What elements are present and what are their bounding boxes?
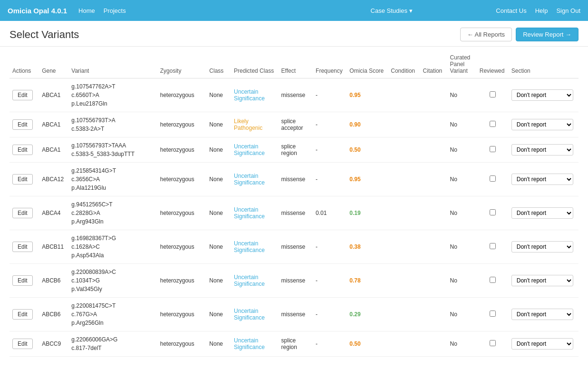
reviewed-checkbox[interactable] <box>490 146 496 152</box>
gene-cell: ABCA1 <box>39 78 68 112</box>
effect-cell: missense <box>279 230 313 264</box>
variant-cell: g.107547762A>Tc.6560T>Ap.Leu2187Gln <box>68 78 157 112</box>
section-select[interactable]: Don't reportPrimary findingsSecondary fi… <box>511 207 573 219</box>
section-cell: Don't reportPrimary findingsSecondary fi… <box>509 78 578 112</box>
predicted-class-link[interactable]: UncertainSignificance <box>234 143 265 156</box>
omicia-score-cell: 0.38 <box>347 230 388 264</box>
frequency-cell: - <box>313 163 347 196</box>
class-cell: None <box>206 298 231 331</box>
edit-button[interactable]: Edit <box>12 242 33 252</box>
th-variant: Variant <box>68 51 157 78</box>
edit-button[interactable]: Edit <box>12 275 33 286</box>
section-select[interactable]: Don't reportPrimary findingsSecondary fi… <box>511 241 573 253</box>
header-buttons: ← All Reports Review Report → <box>460 28 578 41</box>
reviewed-checkbox[interactable] <box>490 243 496 249</box>
reviewed-cell <box>477 163 509 196</box>
nav-help[interactable]: Help <box>535 7 548 14</box>
reviewed-checkbox[interactable] <box>490 277 496 283</box>
gene-cell: ABCA1 <box>39 137 68 163</box>
reviewed-checkbox[interactable] <box>490 209 496 215</box>
reviewed-cell <box>477 264 509 298</box>
edit-button[interactable]: Edit <box>12 145 33 155</box>
predicted-class-link[interactable]: LikelyPathogenic <box>234 118 262 131</box>
section-select[interactable]: Don't reportPrimary findingsSecondary fi… <box>511 144 573 155</box>
zygosity-cell: heterozygous <box>157 264 207 298</box>
nav-contact-us[interactable]: Contact Us <box>496 7 526 14</box>
reviewed-checkbox[interactable] <box>490 175 496 182</box>
gene-cell: ABCA1 <box>39 112 68 137</box>
nav-case-studies[interactable]: Case Studies ▾ <box>371 7 413 14</box>
predicted-class-link[interactable]: UncertainSignificance <box>234 240 265 253</box>
section-select[interactable]: Don't reportPrimary findingsSecondary fi… <box>511 309 573 320</box>
variant-cell: g.107556793T>Ac.5383-2A>T <box>68 112 157 137</box>
section-select[interactable]: Don't reportPrimary findingsSecondary fi… <box>511 119 573 130</box>
table-row: EditABCA4g.94512565C>Tc.2828G>Ap.Arg943G… <box>10 196 578 230</box>
class-cell: None <box>206 331 231 357</box>
section-select[interactable]: Don't reportPrimary findingsSecondary fi… <box>511 89 573 101</box>
citation-cell <box>420 298 447 331</box>
reviewed-checkbox[interactable] <box>490 91 496 97</box>
curated-panel-variant-cell: No <box>447 196 477 230</box>
zygosity-cell: heterozygous <box>157 137 207 163</box>
predicted-class-link[interactable]: UncertainSignificance <box>234 206 265 220</box>
predicted-class-link[interactable]: UncertainSignificance <box>234 337 265 350</box>
section-select[interactable]: Don't reportPrimary findingsSecondary fi… <box>511 275 573 286</box>
predicted-class-link[interactable]: UncertainSignificance <box>234 173 265 186</box>
reviewed-cell <box>477 112 509 137</box>
edit-button[interactable]: Edit <box>12 309 33 320</box>
predicted-class-link[interactable]: UncertainSignificance <box>234 274 265 287</box>
zygosity-cell: heterozygous <box>157 163 207 196</box>
nav-projects[interactable]: Projects <box>104 7 126 14</box>
edit-button[interactable]: Edit <box>12 208 33 218</box>
condition-cell <box>388 331 420 357</box>
effect-cell: missense <box>279 78 313 112</box>
th-section: Section <box>509 51 578 78</box>
variant-cell: g.107556793T>TAAAc.5383-5_5383-3dupTTT <box>68 137 157 163</box>
frequency-cell: 0.01 <box>313 196 347 230</box>
section-cell: Don't reportPrimary findingsSecondary fi… <box>509 137 578 163</box>
frequency-cell: - <box>313 112 347 137</box>
omicia-score-cell: 0.95 <box>347 78 388 112</box>
reviewed-checkbox[interactable] <box>490 311 496 317</box>
edit-button[interactable]: Edit <box>12 119 33 130</box>
frequency-cell: - <box>313 137 347 163</box>
review-report-button[interactable]: Review Report → <box>516 28 578 41</box>
condition-cell <box>388 137 420 163</box>
all-reports-button[interactable]: ← All Reports <box>460 28 512 41</box>
citation-cell <box>420 163 447 196</box>
omicia-score-cell: 0.50 <box>347 331 388 357</box>
th-gene: Gene <box>39 51 68 78</box>
variant-cell: g.220080839A>Cc.1034T>Gp.Val345Gly <box>68 264 157 298</box>
reviewed-checkbox[interactable] <box>490 121 496 127</box>
effect-cell: spliceacceptor <box>279 112 313 137</box>
nav-sign-out[interactable]: Sign Out <box>556 7 580 14</box>
section-select[interactable]: Don't reportPrimary findingsSecondary fi… <box>511 338 573 350</box>
zygosity-cell: heterozygous <box>157 78 207 112</box>
predicted-class-link[interactable]: UncertainSignificance <box>234 308 265 321</box>
table-row: EditABCB6g.220080839A>Cc.1034T>Gp.Val345… <box>10 264 578 298</box>
section-select[interactable]: Don't reportPrimary findingsSecondary fi… <box>511 174 573 185</box>
reviewed-cell <box>477 137 509 163</box>
omicia-score-cell: 0.50 <box>347 137 388 163</box>
table-row: EditABCC9g.22066006GA>Gc.817-7delThetero… <box>10 331 578 357</box>
section-cell: Don't reportPrimary findingsSecondary fi… <box>509 298 578 331</box>
variant-cell: g.215854314G>Tc.3656C>Ap.Ala1219Glu <box>68 163 157 196</box>
gene-cell: ABCB6 <box>39 264 68 298</box>
edit-button[interactable]: Edit <box>12 90 33 100</box>
th-curated-panel-variant: CuratedPanelVariant <box>447 51 477 78</box>
gene-cell: ABCA12 <box>39 163 68 196</box>
condition-cell <box>388 163 420 196</box>
predicted-class-link[interactable]: UncertainSignificance <box>234 88 265 102</box>
nav-home[interactable]: Home <box>78 7 95 14</box>
omicia-score-cell: 0.78 <box>347 264 388 298</box>
class-cell: None <box>206 230 231 264</box>
section-cell: Don't reportPrimary findingsSecondary fi… <box>509 112 578 137</box>
variant-cell: g.220081475C>Tc.767G>Ap.Arg256Gln <box>68 298 157 331</box>
edit-button[interactable]: Edit <box>12 174 33 185</box>
citation-cell <box>420 331 447 357</box>
edit-button[interactable]: Edit <box>12 339 33 349</box>
table-row: EditABCA12g.215854314G>Tc.3656C>Ap.Ala12… <box>10 163 578 196</box>
citation-cell <box>420 230 447 264</box>
reviewed-checkbox[interactable] <box>490 340 496 346</box>
omicia-score-cell: 0.95 <box>347 163 388 196</box>
